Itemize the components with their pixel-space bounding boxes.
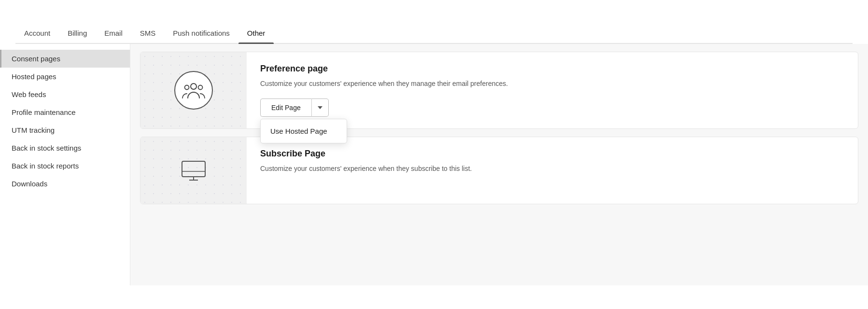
sidebar-item-profile-maintenance[interactable]: Profile maintenance [0, 103, 130, 121]
subscribe-page-card: Subscribe Page Customize your customers'… [140, 137, 858, 204]
top-nav: AccountBillingEmailSMSPush notifications… [15, 23, 853, 44]
sidebar-item-back-in-stock-settings[interactable]: Back in stock settings [0, 139, 130, 157]
tab-sms[interactable]: SMS [131, 23, 165, 43]
preference-page-body: Preference page Customize your customers… [247, 52, 858, 128]
sidebar-item-utm-tracking[interactable]: UTM tracking [0, 121, 130, 139]
subscribe-page-body: Subscribe Page Customize your customers'… [247, 137, 858, 204]
preference-page-btn-group: Edit Page Use Hosted Page [260, 98, 844, 117]
main-layout: Consent pagesHosted pagesWeb feedsProfil… [0, 44, 868, 285]
preference-page-card: Preference page Customize your customers… [140, 52, 858, 129]
people-icon [174, 71, 213, 110]
preference-page-thumbnail [140, 52, 247, 128]
preference-page-title: Preference page [260, 64, 844, 74]
sidebar: Consent pagesHosted pagesWeb feedsProfil… [0, 44, 130, 285]
svg-rect-3 [182, 161, 205, 177]
svg-point-1 [185, 85, 189, 90]
sidebar-item-hosted-pages[interactable]: Hosted pages [0, 68, 130, 85]
tab-push-notifications[interactable]: Push notifications [164, 23, 238, 43]
use-hosted-page-item[interactable]: Use Hosted Page [261, 122, 347, 140]
subscribe-page-thumbnail [140, 137, 247, 204]
page-header: AccountBillingEmailSMSPush notifications… [0, 0, 868, 44]
svg-point-2 [198, 85, 203, 90]
sidebar-item-web-feeds[interactable]: Web feeds [0, 85, 130, 103]
edit-page-button[interactable]: Edit Page [260, 98, 311, 117]
content-area: Preference page Customize your customers… [130, 44, 868, 285]
dropdown-toggle-button[interactable] [311, 98, 329, 117]
preference-page-description: Customize your customers' experience whe… [260, 79, 844, 89]
tab-billing[interactable]: Billing [59, 23, 96, 43]
tab-account[interactable]: Account [15, 23, 59, 43]
sidebar-item-consent-pages[interactable]: Consent pages [0, 50, 130, 68]
tab-email[interactable]: Email [96, 23, 131, 43]
tab-other[interactable]: Other [238, 23, 274, 43]
svg-point-0 [191, 84, 196, 89]
dropdown-arrow-icon [318, 106, 322, 109]
monitor-icon [181, 160, 207, 183]
subscribe-page-title: Subscribe Page [260, 149, 844, 159]
sidebar-item-back-in-stock-reports[interactable]: Back in stock reports [0, 157, 130, 175]
dropdown-menu: Use Hosted Page [260, 119, 347, 143]
subscribe-page-description: Customize your customers' experience whe… [260, 164, 844, 174]
sidebar-item-downloads[interactable]: Downloads [0, 175, 130, 193]
